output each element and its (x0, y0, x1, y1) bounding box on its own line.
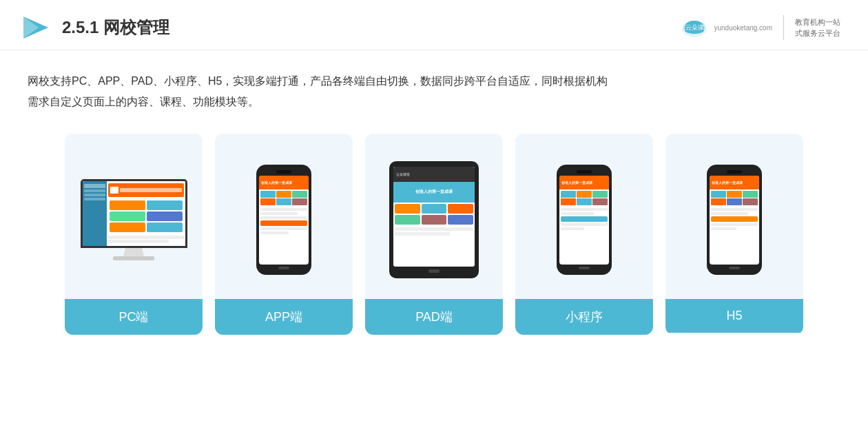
pad-home-btn (428, 269, 440, 273)
slogan-line2: 式服务云平台 (795, 28, 840, 39)
triangle-logo-icon (21, 12, 51, 43)
svg-text:云朵课堂: 云朵课堂 (685, 24, 708, 31)
desc-line2: 需求自定义页面上的内容、课程、功能模块等。 (28, 92, 840, 112)
mini-phone-home (579, 267, 590, 269)
pc-screen (81, 179, 187, 248)
brand-text: yunduoketang.com (714, 24, 772, 32)
mini-phone-notch (577, 170, 592, 174)
card-h5-label: H5 (665, 299, 803, 333)
page: 2.5.1 网校管理 云朵课堂 yunduoketang.com (0, 0, 868, 434)
phone-screen-h5: 创造人的第一堂成课 (710, 176, 759, 265)
card-pc-image (65, 134, 203, 299)
svg-marker-1 (23, 17, 39, 39)
phone-screen-mini: 创造人的第一堂成课 (559, 176, 609, 265)
phone-mockup-h5: 创造人的第一堂成课 (707, 165, 762, 275)
cards-section: PC端 创造人的第一堂成课 (0, 127, 868, 355)
phone-home-btn (278, 267, 289, 269)
phone-notch (276, 170, 291, 174)
card-app: 创造人的第一堂成课 (215, 134, 353, 335)
card-miniprogram-image: 创造人的第一堂成课 (515, 134, 653, 299)
brand-slogan: 教育机构一站 式服务云平台 (795, 17, 840, 39)
card-pad-image: 云朵课堂 创造人的第一堂成课 (365, 134, 503, 299)
header-left: 2.5.1 网校管理 (21, 12, 169, 43)
brand-logo: 云朵课堂 (681, 15, 708, 40)
pc-mockup (79, 179, 189, 260)
pad-screen: 云朵课堂 创造人的第一堂成课 (393, 167, 475, 267)
card-pad-label: PAD端 (365, 299, 503, 335)
title-prefix: 2.5.1 (62, 18, 103, 37)
brand-area: 云朵课堂 yunduoketang.com 教育机构一站 式服务云平台 (681, 15, 840, 40)
phone-mockup-mini: 创造人的第一堂成课 (557, 165, 612, 275)
card-miniprogram: 创造人的第一堂成课 (515, 134, 653, 335)
card-h5-image: 创造人的第一堂成课 (665, 134, 803, 299)
slogan-line1: 教育机构一站 (795, 17, 840, 28)
title-bold: 网校管理 (103, 18, 169, 37)
h5-phone-notch (727, 170, 742, 174)
card-h5: 创造人的第一堂成课 (665, 134, 803, 335)
header: 2.5.1 网校管理 云朵课堂 yunduoketang.com (0, 0, 868, 50)
card-app-label: APP端 (215, 299, 353, 335)
description-block: 网校支持PC、APP、PAD、小程序、H5，实现多端打通，产品各终端自由切换，数… (0, 50, 868, 127)
card-miniprogram-label: 小程序 (515, 299, 653, 335)
card-app-image: 创造人的第一堂成课 (215, 134, 353, 299)
card-pc: PC端 (65, 134, 203, 335)
phone-screen-app: 创造人的第一堂成课 (259, 176, 309, 265)
page-title: 2.5.1 网校管理 (62, 17, 169, 39)
h5-phone-home (729, 267, 740, 269)
card-pad: 云朵课堂 创造人的第一堂成课 (365, 134, 503, 335)
brand-url: yunduoketang.com (714, 24, 772, 32)
desc-line1: 网校支持PC、APP、PAD、小程序、H5，实现多端打通，产品各终端自由切换，数… (28, 71, 840, 92)
brand-divider (783, 15, 784, 40)
phone-mockup-app: 创造人的第一堂成课 (256, 165, 311, 275)
cloud-logo-icon: 云朵课堂 (681, 15, 708, 40)
card-pc-label: PC端 (65, 299, 203, 335)
pad-mockup: 云朵课堂 创造人的第一堂成课 (389, 161, 479, 278)
